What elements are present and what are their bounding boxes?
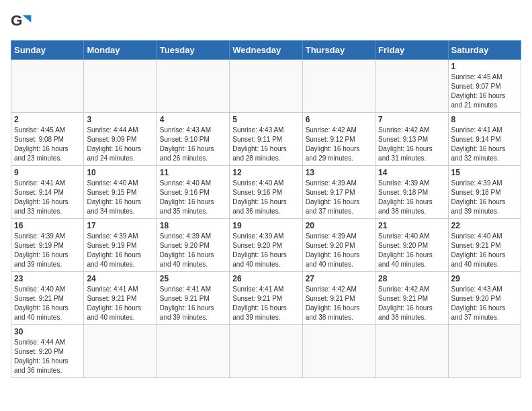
calendar-cell: 11Sunrise: 4:40 AM Sunset: 9:16 PM Dayli…	[157, 166, 229, 219]
day-info: Sunrise: 4:39 AM Sunset: 9:20 PM Dayligh…	[160, 232, 226, 269]
day-info: Sunrise: 4:41 AM Sunset: 9:14 PM Dayligh…	[14, 179, 81, 216]
day-info: Sunrise: 4:41 AM Sunset: 9:21 PM Dayligh…	[232, 285, 299, 322]
calendar-week-1: 2Sunrise: 4:45 AM Sunset: 9:08 PM Daylig…	[11, 113, 521, 166]
day-number: 20	[306, 221, 372, 230]
day-info: Sunrise: 4:39 AM Sunset: 9:19 PM Dayligh…	[14, 232, 81, 269]
day-info: Sunrise: 4:43 AM Sunset: 9:11 PM Dayligh…	[232, 126, 299, 163]
calendar-header: SundayMondayTuesdayWednesdayThursdayFrid…	[11, 41, 521, 60]
day-number: 4	[160, 115, 226, 124]
day-info: Sunrise: 4:40 AM Sunset: 9:15 PM Dayligh…	[87, 179, 153, 216]
day-number: 23	[14, 274, 81, 283]
day-info: Sunrise: 4:43 AM Sunset: 9:20 PM Dayligh…	[451, 285, 518, 322]
calendar-cell	[375, 60, 448, 113]
day-number: 29	[451, 274, 518, 283]
calendar-cell	[157, 60, 229, 113]
day-number: 27	[306, 274, 372, 283]
calendar-cell: 27Sunrise: 4:42 AM Sunset: 9:21 PM Dayli…	[302, 272, 375, 325]
day-info: Sunrise: 4:42 AM Sunset: 9:21 PM Dayligh…	[378, 285, 445, 322]
day-info: Sunrise: 4:42 AM Sunset: 9:13 PM Dayligh…	[378, 126, 445, 163]
day-number: 7	[378, 115, 445, 124]
day-number: 24	[87, 274, 153, 283]
day-info: Sunrise: 4:39 AM Sunset: 9:18 PM Dayligh…	[451, 179, 518, 216]
calendar-cell: 24Sunrise: 4:41 AM Sunset: 9:21 PM Dayli…	[84, 272, 157, 325]
logo: G	[11, 11, 35, 32]
calendar-cell: 14Sunrise: 4:39 AM Sunset: 9:18 PM Dayli…	[375, 166, 448, 219]
day-number: 17	[87, 221, 153, 230]
day-number: 16	[14, 221, 81, 230]
calendar-cell: 8Sunrise: 4:41 AM Sunset: 9:14 PM Daylig…	[448, 113, 521, 166]
calendar-body: 1Sunrise: 4:45 AM Sunset: 9:07 PM Daylig…	[11, 60, 521, 378]
day-number: 8	[451, 115, 518, 124]
svg-marker-1	[23, 15, 32, 22]
calendar-cell	[230, 325, 302, 378]
calendar-cell: 7Sunrise: 4:42 AM Sunset: 9:13 PM Daylig…	[375, 113, 448, 166]
day-number: 30	[14, 327, 81, 336]
day-info: Sunrise: 4:39 AM Sunset: 9:19 PM Dayligh…	[87, 232, 153, 269]
weekday-header-friday: Friday	[375, 41, 448, 60]
day-info: Sunrise: 4:43 AM Sunset: 9:10 PM Dayligh…	[160, 126, 226, 163]
calendar-cell: 26Sunrise: 4:41 AM Sunset: 9:21 PM Dayli…	[230, 272, 302, 325]
day-info: Sunrise: 4:41 AM Sunset: 9:21 PM Dayligh…	[87, 285, 153, 322]
calendar-week-5: 30Sunrise: 4:44 AM Sunset: 9:20 PM Dayli…	[11, 325, 521, 378]
calendar-cell: 28Sunrise: 4:42 AM Sunset: 9:21 PM Dayli…	[375, 272, 448, 325]
day-info: Sunrise: 4:42 AM Sunset: 9:21 PM Dayligh…	[306, 285, 372, 322]
day-info: Sunrise: 4:41 AM Sunset: 9:21 PM Dayligh…	[160, 285, 226, 322]
weekday-row: SundayMondayTuesdayWednesdayThursdayFrid…	[11, 41, 521, 60]
day-info: Sunrise: 4:39 AM Sunset: 9:20 PM Dayligh…	[306, 232, 372, 269]
day-number: 15	[451, 168, 518, 177]
calendar-week-2: 9Sunrise: 4:41 AM Sunset: 9:14 PM Daylig…	[11, 166, 521, 219]
day-info: Sunrise: 4:40 AM Sunset: 9:20 PM Dayligh…	[378, 232, 445, 269]
day-number: 11	[160, 168, 226, 177]
calendar-cell: 6Sunrise: 4:42 AM Sunset: 9:12 PM Daylig…	[302, 113, 375, 166]
calendar-cell	[11, 60, 84, 113]
logo-icon: G	[11, 11, 32, 32]
weekday-header-sunday: Sunday	[11, 41, 84, 60]
day-info: Sunrise: 4:41 AM Sunset: 9:14 PM Dayligh…	[451, 126, 518, 163]
calendar-cell: 9Sunrise: 4:41 AM Sunset: 9:14 PM Daylig…	[11, 166, 84, 219]
calendar-cell	[84, 60, 157, 113]
day-info: Sunrise: 4:39 AM Sunset: 9:20 PM Dayligh…	[232, 232, 299, 269]
calendar-cell: 22Sunrise: 4:40 AM Sunset: 9:21 PM Dayli…	[448, 219, 521, 272]
day-number: 26	[232, 274, 299, 283]
day-number: 6	[306, 115, 372, 124]
day-number: 22	[451, 221, 518, 230]
calendar-cell	[302, 325, 375, 378]
calendar-cell: 10Sunrise: 4:40 AM Sunset: 9:15 PM Dayli…	[84, 166, 157, 219]
calendar-cell: 18Sunrise: 4:39 AM Sunset: 9:20 PM Dayli…	[157, 219, 229, 272]
day-info: Sunrise: 4:44 AM Sunset: 9:09 PM Dayligh…	[87, 126, 153, 163]
day-info: Sunrise: 4:40 AM Sunset: 9:21 PM Dayligh…	[14, 285, 81, 322]
day-info: Sunrise: 4:40 AM Sunset: 9:16 PM Dayligh…	[232, 179, 299, 216]
day-info: Sunrise: 4:45 AM Sunset: 9:07 PM Dayligh…	[451, 73, 518, 110]
day-number: 14	[378, 168, 445, 177]
weekday-header-saturday: Saturday	[448, 41, 521, 60]
day-number: 1	[451, 62, 518, 71]
calendar-week-4: 23Sunrise: 4:40 AM Sunset: 9:21 PM Dayli…	[11, 272, 521, 325]
calendar-week-0: 1Sunrise: 4:45 AM Sunset: 9:07 PM Daylig…	[11, 60, 521, 113]
day-info: Sunrise: 4:44 AM Sunset: 9:20 PM Dayligh…	[14, 338, 81, 375]
day-number: 25	[160, 274, 226, 283]
day-info: Sunrise: 4:39 AM Sunset: 9:18 PM Dayligh…	[378, 179, 445, 216]
calendar-cell	[302, 60, 375, 113]
weekday-header-wednesday: Wednesday	[230, 41, 302, 60]
day-number: 12	[232, 168, 299, 177]
calendar-cell: 17Sunrise: 4:39 AM Sunset: 9:19 PM Dayli…	[84, 219, 157, 272]
calendar-cell: 15Sunrise: 4:39 AM Sunset: 9:18 PM Dayli…	[448, 166, 521, 219]
calendar-cell: 1Sunrise: 4:45 AM Sunset: 9:07 PM Daylig…	[448, 60, 521, 113]
day-info: Sunrise: 4:42 AM Sunset: 9:12 PM Dayligh…	[306, 126, 372, 163]
calendar-cell: 4Sunrise: 4:43 AM Sunset: 9:10 PM Daylig…	[157, 113, 229, 166]
day-info: Sunrise: 4:40 AM Sunset: 9:16 PM Dayligh…	[160, 179, 226, 216]
day-number: 2	[14, 115, 81, 124]
calendar-cell: 30Sunrise: 4:44 AM Sunset: 9:20 PM Dayli…	[11, 325, 84, 378]
page-header: G	[11, 11, 521, 32]
calendar-week-3: 16Sunrise: 4:39 AM Sunset: 9:19 PM Dayli…	[11, 219, 521, 272]
weekday-header-monday: Monday	[84, 41, 157, 60]
svg-text:G: G	[11, 12, 22, 29]
calendar-cell	[84, 325, 157, 378]
calendar-cell: 12Sunrise: 4:40 AM Sunset: 9:16 PM Dayli…	[230, 166, 302, 219]
calendar-cell	[157, 325, 229, 378]
day-number: 19	[232, 221, 299, 230]
calendar-cell: 20Sunrise: 4:39 AM Sunset: 9:20 PM Dayli…	[302, 219, 375, 272]
day-number: 18	[160, 221, 226, 230]
weekday-header-thursday: Thursday	[302, 41, 375, 60]
calendar-cell: 19Sunrise: 4:39 AM Sunset: 9:20 PM Dayli…	[230, 219, 302, 272]
